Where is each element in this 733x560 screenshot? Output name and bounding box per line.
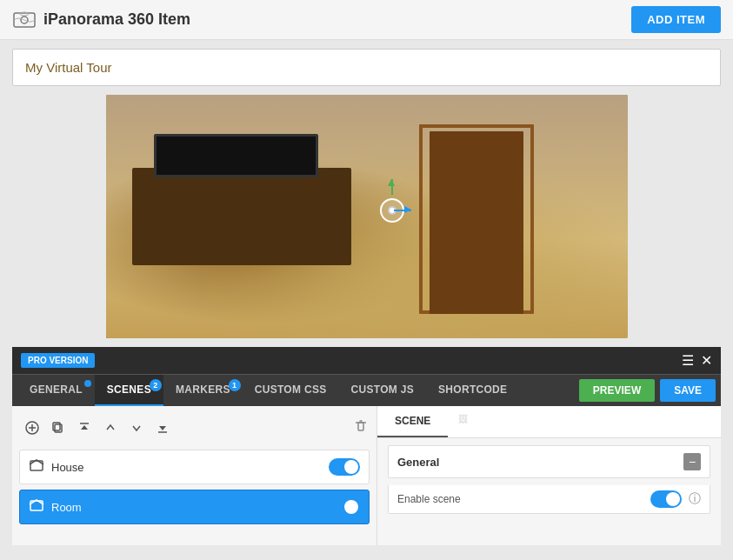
general-dot xyxy=(84,380,91,387)
tab-markers[interactable]: MARKERS 1 xyxy=(163,375,243,406)
scene-tab-scene[interactable]: SCENE xyxy=(377,406,448,437)
enable-scene-row: Enable scene ⓘ xyxy=(388,485,710,514)
scenes-list-panel: House Room xyxy=(12,406,377,545)
preview-area xyxy=(12,95,721,338)
enable-scene-toggle[interactable] xyxy=(650,490,682,508)
tabs-bar: GENERAL SCENES 2 MARKERS 1 CUSTOM CSS CU… xyxy=(12,374,721,406)
panel-content: House Room SCENE 🖼 xyxy=(12,406,721,545)
pro-bar: PRO VERSION ☰ ✕ xyxy=(12,347,721,374)
house-scene-name: House xyxy=(51,461,322,474)
settings-panel: PRO VERSION ☰ ✕ GENERAL SCENES 2 MARKERS… xyxy=(12,347,721,545)
tv-unit xyxy=(132,168,351,265)
move-up-button[interactable] xyxy=(99,417,122,439)
scene-settings-panel: SCENE 🖼 General − Enable scene ⓘ xyxy=(377,406,721,545)
tab-custom-css[interactable]: CUSTOM CSS xyxy=(243,375,339,406)
scenes-toolbar xyxy=(19,413,370,443)
scene-item-house[interactable]: House xyxy=(19,450,370,484)
app-header: iPanorama 360 Item ADD ITEM xyxy=(0,0,733,40)
tab-scenes[interactable]: SCENES 2 xyxy=(95,375,163,406)
move-down-button[interactable] xyxy=(125,417,148,439)
copy-scene-button[interactable] xyxy=(47,417,70,439)
tab-shortcode[interactable]: SHORTCODE xyxy=(426,375,519,406)
scene-marker xyxy=(380,198,406,224)
enable-scene-info-icon: ⓘ xyxy=(689,491,701,507)
save-button[interactable]: SAVE xyxy=(660,379,716,402)
arrow-head-right xyxy=(404,206,411,213)
tab-custom-js[interactable]: CUSTOM JS xyxy=(339,375,427,406)
move-top-button[interactable] xyxy=(73,417,96,439)
house-toggle[interactable] xyxy=(329,458,360,476)
collapse-general-button[interactable]: − xyxy=(683,453,701,470)
panel-icons: ☰ ✕ xyxy=(682,352,712,369)
delete-scene-button[interactable] xyxy=(354,419,368,437)
svg-rect-10 xyxy=(358,423,363,430)
scene-tab-image[interactable]: 🖼 xyxy=(448,406,478,437)
add-scene-button[interactable] xyxy=(21,417,43,439)
enable-scene-controls: ⓘ xyxy=(650,490,701,508)
scenes-badge: 2 xyxy=(150,379,162,391)
close-panel-icon[interactable]: ✕ xyxy=(701,352,712,369)
door xyxy=(430,131,523,314)
tv-screen xyxy=(154,134,318,177)
header-left: iPanorama 360 Item xyxy=(12,8,190,32)
marker-up-arrow xyxy=(391,179,393,195)
menu-icon[interactable]: ☰ xyxy=(682,352,694,369)
scene-item-room[interactable]: Room xyxy=(19,490,370,524)
tab-general[interactable]: GENERAL xyxy=(17,375,95,406)
tour-title: My Virtual Tour xyxy=(12,49,721,86)
marker-right-arrow xyxy=(394,210,411,211)
room-toggle[interactable] xyxy=(329,498,360,516)
room-scene-icon xyxy=(29,497,44,517)
enable-scene-label: Enable scene xyxy=(397,493,461,505)
panorama-icon xyxy=(12,8,37,32)
add-item-button[interactable]: ADD ITEM xyxy=(631,6,721,33)
preview-button[interactable]: PREVIEW xyxy=(579,379,655,402)
markers-badge: 1 xyxy=(229,379,241,391)
general-title: General xyxy=(397,456,439,469)
general-section: General − Enable scene ⓘ xyxy=(377,438,721,521)
general-section-header: General − xyxy=(388,445,710,478)
panorama-preview xyxy=(106,95,628,338)
app-title: iPanorama 360 Item xyxy=(43,10,190,29)
house-scene-icon xyxy=(29,457,44,477)
pro-badge: PRO VERSION xyxy=(21,353,95,368)
arrow-head-up xyxy=(388,179,395,186)
room-scene-name: Room xyxy=(51,501,322,514)
move-bottom-button[interactable] xyxy=(151,417,174,439)
scene-tab-bar: SCENE 🖼 xyxy=(377,406,721,438)
